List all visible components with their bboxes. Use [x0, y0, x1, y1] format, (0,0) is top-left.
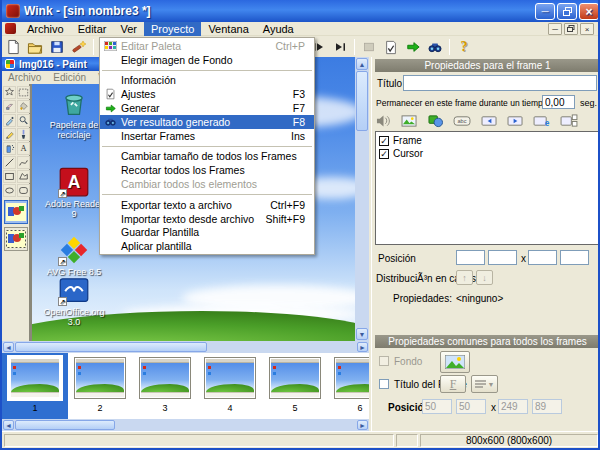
frame-layers-listbox[interactable]: ✓ Frame ✓ Cursor — [375, 131, 599, 245]
frame-thumbnail-4[interactable]: 4 — [197, 353, 263, 419]
generar-button[interactable] — [402, 38, 424, 56]
menu-item-elegir-imagen-fondo[interactable]: Elegir imagen de Fondo — [100, 53, 314, 67]
mdi-close-button[interactable]: × — [580, 23, 594, 35]
mdi-restore-icon — [567, 25, 575, 33]
menu-item-ver-resultado-generado[interactable]: Ver resultado generadoF8 — [100, 115, 314, 129]
preview-disabled-button[interactable] — [358, 38, 380, 56]
canvas-vertical-scrollbar[interactable]: ▲ ▼ — [355, 57, 369, 341]
add-goto-frame-button[interactable] — [560, 114, 578, 128]
pos-y2-input[interactable] — [560, 250, 589, 265]
layer-row-cursor[interactable]: ✓ Cursor — [379, 147, 595, 160]
rounded-rect-tool-icon — [17, 184, 30, 197]
add-element-toolbar: abc e — [375, 114, 578, 128]
open-project-button[interactable] — [24, 38, 46, 56]
add-url-button-button[interactable]: e — [533, 114, 551, 128]
menu-item-generar[interactable]: GenerarF7 — [100, 101, 314, 115]
svg-text:A: A — [68, 172, 81, 192]
mdi-minimize-button[interactable]: ─ — [548, 23, 562, 35]
frame-time-input[interactable] — [542, 95, 575, 109]
icon-label: Papelera de — [40, 120, 108, 130]
ver-resultado-button[interactable] — [424, 38, 446, 56]
menu-ventana[interactable]: Ventana — [201, 22, 255, 36]
add-next-button-button[interactable] — [507, 114, 524, 128]
binoculars-icon — [427, 40, 443, 54]
add-image-button[interactable] — [401, 114, 418, 128]
menu-item-aplicar-plantilla[interactable]: Aplicar plantilla — [100, 239, 314, 253]
scroll-thumb[interactable] — [15, 420, 115, 430]
menu-ayuda[interactable]: Ayuda — [256, 22, 301, 36]
menu-item-insertar-frames[interactable]: Insertar FramesIns — [100, 129, 314, 143]
menu-item-recortar-frames[interactable]: Recortar todos los Frames — [100, 163, 314, 177]
help-button[interactable]: ? — [453, 38, 475, 56]
frame-thumbnail-5[interactable]: 5 — [262, 353, 328, 419]
titulo-frame-checkbox[interactable] — [379, 379, 389, 389]
close-button[interactable]: × — [579, 3, 599, 20]
frame-number: 2 — [67, 403, 133, 413]
add-prev-button-button[interactable] — [481, 114, 498, 128]
frame-thumbnail-3[interactable]: 3 — [132, 353, 198, 419]
layer-row-frame[interactable]: ✓ Frame — [379, 134, 595, 147]
status-bar: 800x600 (800x600) — [2, 431, 600, 448]
layer-down-button[interactable]: ↓ — [476, 270, 493, 285]
minimize-button[interactable]: ─ — [535, 3, 555, 20]
pos-y1-input[interactable] — [488, 250, 517, 265]
menu-editar[interactable]: Editar — [71, 22, 114, 36]
menu-item-exportar-texto[interactable]: Exportar texto a archivoCtrl+F9 — [100, 198, 314, 212]
scroll-right-arrow[interactable]: ► — [357, 420, 368, 430]
canvas-horizontal-scrollbar[interactable]: ◄ ► — [2, 341, 369, 353]
add-textbox-button[interactable]: abc — [453, 114, 472, 128]
frame-thumbnail-1[interactable]: 1 — [2, 353, 68, 419]
restore-button[interactable] — [557, 3, 577, 20]
paint-menu-archivo: Archivo — [2, 72, 47, 83]
frame-thumbnail-2[interactable]: 2 — [67, 353, 133, 419]
menu-item-editar-paleta[interactable]: Editar Paleta Ctrl+P — [100, 39, 314, 53]
pos-x1-input[interactable] — [456, 250, 485, 265]
desktop-icon-recycle-bin: Papelera de reciclaje — [40, 88, 108, 141]
menu-proyecto[interactable]: Proyecto — [144, 22, 201, 36]
freeform-select-tool-icon — [3, 86, 16, 99]
layer-up-button[interactable]: ↑ — [456, 270, 473, 285]
frame-title-input[interactable] — [403, 75, 597, 91]
scroll-right-arrow[interactable]: ► — [357, 342, 368, 352]
frame-title-font-button[interactable]: F — [440, 375, 466, 393]
scroll-down-arrow[interactable]: ▼ — [356, 328, 368, 340]
new-project-button[interactable] — [2, 38, 24, 56]
menu-archivo[interactable]: Archivo — [20, 22, 71, 36]
pos-x2-input[interactable] — [528, 250, 557, 265]
svg-text:e: e — [545, 118, 550, 128]
scroll-up-arrow[interactable]: ▲ — [356, 58, 368, 70]
add-shape-button[interactable] — [427, 114, 444, 128]
menu-item-cambiar-tamano-frames[interactable]: Cambiar tamaño de todos los Frames — [100, 150, 314, 164]
add-audio-button[interactable] — [375, 114, 392, 128]
filmstrip-scrollbar[interactable]: ◄ ► — [2, 419, 369, 431]
new-capture-button[interactable] — [68, 38, 90, 56]
scroll-left-arrow[interactable]: ◄ — [3, 420, 14, 430]
menu-item-ajustes[interactable]: AjustesF3 — [100, 87, 314, 101]
curve-tool-icon — [17, 156, 30, 169]
frame-title-align-button[interactable]: ▼ — [471, 375, 498, 393]
save-project-button[interactable] — [46, 38, 68, 56]
fondo-checkbox[interactable] — [379, 356, 389, 366]
restore-icon — [563, 7, 572, 16]
menu-item-informacion[interactable]: Información — [100, 74, 314, 88]
menu-ver[interactable]: Ver — [113, 22, 144, 36]
common-pos-x2-input — [498, 399, 528, 414]
properties-panel: Propiedades para el frame 1 Título Perma… — [371, 57, 600, 431]
menu-item-importar-texto[interactable]: Importar texto desde archivoShift+F9 — [100, 212, 314, 226]
menu-item-guardar-plantilla[interactable]: Guardar Plantilla — [100, 226, 314, 240]
cursor-checkbox[interactable]: ✓ — [379, 149, 389, 159]
disabled-image-icon — [362, 41, 376, 53]
scroll-thumb[interactable] — [356, 71, 368, 131]
toolbar-separator — [449, 39, 450, 55]
fondo-image-button[interactable] — [440, 351, 470, 373]
menu-item-cambiar-elementos[interactable]: Cambiar todos los elementos — [100, 177, 314, 191]
mdi-restore-button[interactable] — [564, 23, 578, 35]
scroll-thumb[interactable] — [15, 342, 207, 352]
ajustes-button[interactable] — [380, 38, 402, 56]
frame-checkbox[interactable]: ✓ — [379, 136, 389, 146]
window-title: Wink - [sin nombre3 *] — [24, 4, 151, 18]
frame-thumbnail-6[interactable]: 6 — [327, 353, 369, 419]
text-tool-icon: A — [17, 142, 30, 155]
scroll-left-arrow[interactable]: ◄ — [3, 342, 14, 352]
last-frame-button[interactable] — [329, 38, 351, 56]
